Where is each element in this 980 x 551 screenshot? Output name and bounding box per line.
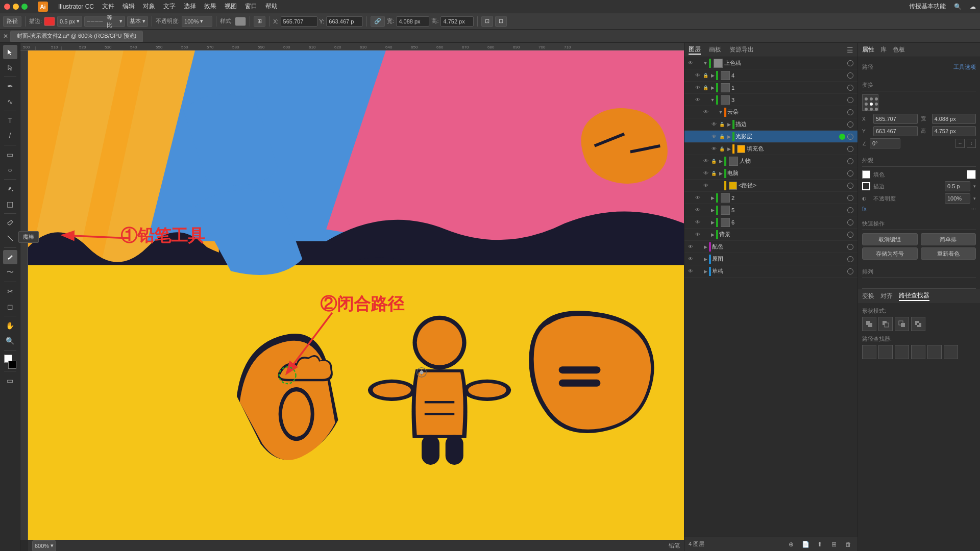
eye-icon[interactable]: 👁 (694, 194, 702, 202)
style-swatch[interactable] (235, 17, 246, 26)
tab-transform[interactable]: 变换 (862, 292, 874, 300)
lock-icon[interactable] (702, 207, 709, 214)
lock-icon[interactable]: 🔒 (702, 84, 709, 91)
eye-icon[interactable]: 👁 (694, 84, 702, 92)
layer-item[interactable]: 👁 🔒 ▶ 1 (684, 82, 857, 94)
layer-target[interactable] (847, 109, 853, 115)
flip-h-btn[interactable]: ↔ (955, 139, 965, 148)
paintbucket-tool[interactable] (3, 182, 17, 196)
tab-align[interactable]: 对齐 (880, 292, 893, 300)
screen-mode-btn[interactable]: ▭ (3, 373, 17, 388)
x-prop-input[interactable] (873, 114, 918, 124)
arrange-btn[interactable]: 简单排 (921, 233, 976, 245)
expand-icon[interactable]: ▶ (702, 244, 709, 249)
new-layer-btn[interactable]: 📄 (800, 539, 811, 549)
expand-icon[interactable]: ▶ (717, 171, 724, 176)
save-symbol-btn[interactable]: 存储为符号 (862, 247, 918, 260)
rect-tool[interactable]: ▭ (3, 147, 17, 162)
eye-icon[interactable]: 👁 (702, 157, 710, 165)
menu-view[interactable]: 视图 (225, 2, 237, 11)
cancel-group-btn[interactable]: 取消编组 (862, 233, 918, 245)
transform-options-btn[interactable]: ⊡ (481, 16, 493, 27)
search-icon[interactable]: 🔍 (954, 3, 962, 10)
stroke-input[interactable]: 0.5 px ▾ (57, 16, 82, 27)
expand-icon[interactable]: ▶ (709, 232, 716, 237)
minimize-button[interactable] (13, 4, 19, 10)
layer-item[interactable]: 👁 🔒 ▶ 人物 (684, 155, 857, 167)
layer-item[interactable]: 👁 ▼ 3 (684, 94, 857, 106)
eye-icon[interactable]: 👁 (687, 59, 695, 67)
eye-icon[interactable]: 👁 (694, 206, 702, 214)
menu-edit[interactable]: 编辑 (122, 2, 135, 11)
lock-icon[interactable]: 🔒 (718, 133, 725, 140)
magic-wand-tool[interactable]: 魔棒 (3, 231, 17, 245)
layer-item[interactable]: 👁 🔒 ▶ 电脑 (684, 167, 857, 180)
lock-icon[interactable]: 🔒 (710, 170, 717, 177)
tab-properties[interactable]: 属性 (862, 45, 874, 54)
layer-item[interactable]: 👁 ▼ 云朵 (684, 106, 857, 118)
unite-btn[interactable] (862, 317, 876, 331)
expand-icon[interactable]: ▶ (709, 195, 716, 201)
eye-icon[interactable]: 👁 (702, 182, 710, 190)
layer-target[interactable] (847, 268, 853, 274)
layer-target[interactable] (847, 97, 853, 103)
y-prop-input[interactable] (873, 126, 918, 136)
maximize-button[interactable] (21, 4, 28, 10)
eye-icon[interactable]: 👁 (694, 231, 702, 239)
layer-target[interactable] (847, 121, 853, 128)
pencil-tool[interactable] (3, 250, 17, 264)
layer-target[interactable] (847, 195, 853, 201)
lock-icon[interactable] (702, 219, 709, 226)
eye-icon[interactable]: 👁 (702, 108, 710, 116)
pen-tool[interactable]: ✒ (3, 79, 17, 93)
lock-icon[interactable] (702, 231, 709, 238)
eye-icon[interactable]: 👁 (694, 96, 702, 104)
tab-swatches[interactable]: 色板 (893, 45, 905, 54)
expand-icon[interactable]: ▶ (702, 269, 709, 274)
layer-item[interactable]: 👁 🔒 ▶ 描边 (684, 118, 857, 131)
opacity-chevron[interactable]: ▾ (973, 196, 976, 201)
more-options-btn[interactable]: ··· (971, 206, 976, 212)
h-input[interactable] (440, 16, 474, 27)
canvas-area[interactable]: ①铅笔工具 ②闭合路径 (28, 51, 684, 540)
expand-icon[interactable]: ▶ (717, 159, 724, 164)
menu-window[interactable]: 窗口 (245, 2, 257, 11)
merge-btn[interactable] (895, 345, 909, 359)
h-prop-input[interactable] (932, 126, 976, 136)
layer-item[interactable]: 👁 🔒 ▶ 填充色 (684, 143, 857, 155)
layer-target[interactable] (847, 146, 853, 152)
angle-input[interactable] (870, 138, 900, 148)
lock-icon[interactable]: 🔒 (710, 158, 717, 165)
expand-icon[interactable]: ▶ (709, 85, 716, 90)
zoom-dropdown[interactable]: 600% ▾ (32, 540, 56, 552)
tab-asset-export[interactable]: 资源导出 (729, 45, 754, 54)
text-tool[interactable]: T (3, 113, 17, 128)
recolor-btn[interactable]: 重新着色 (921, 247, 976, 260)
divide-btn[interactable] (862, 345, 876, 359)
layer-target[interactable] (847, 170, 853, 177)
fx-btn[interactable]: fx (862, 206, 867, 212)
layer-item[interactable]: 👁 <路径> (684, 180, 857, 192)
file-tab[interactable]: 封面-演示源文件2.ai* @ 600% (RGB/GPU 预览) (10, 31, 143, 42)
delete-layer-btn[interactable]: 🗑 (843, 539, 853, 549)
menu-object[interactable]: 对象 (143, 2, 155, 11)
eye-icon[interactable]: 👁 (702, 169, 710, 178)
layer-item[interactable]: 👁 ▶ 背景 (684, 229, 857, 241)
gradient-tool[interactable]: ◫ (3, 197, 17, 211)
opacity-dropdown[interactable]: 100%▾ (182, 16, 212, 27)
path-tool-btn[interactable]: 路径 (3, 16, 21, 27)
transform2-btn[interactable]: ⊡ (495, 16, 507, 27)
lock-icon[interactable] (710, 109, 717, 116)
layer-target[interactable] (847, 85, 853, 91)
minus-back-btn[interactable] (944, 345, 958, 359)
lock-icon[interactable] (695, 60, 702, 67)
expand-icon[interactable]: ▼ (709, 97, 716, 103)
layer-item[interactable]: 👁 ▶ 草稿 (684, 265, 857, 278)
profile-btn[interactable]: ⊞ (254, 16, 265, 27)
ellipse-tool[interactable]: ○ (3, 163, 17, 177)
eye-icon[interactable]: 👁 (694, 71, 702, 80)
expand-icon[interactable]: ▶ (709, 208, 716, 213)
expand-icon[interactable]: ▶ (709, 73, 716, 78)
layer-item[interactable]: 👁 ▼ 上色稿 (684, 57, 857, 69)
stroke-style-dropdown[interactable]: ──── 等比 ▾ (84, 16, 125, 27)
